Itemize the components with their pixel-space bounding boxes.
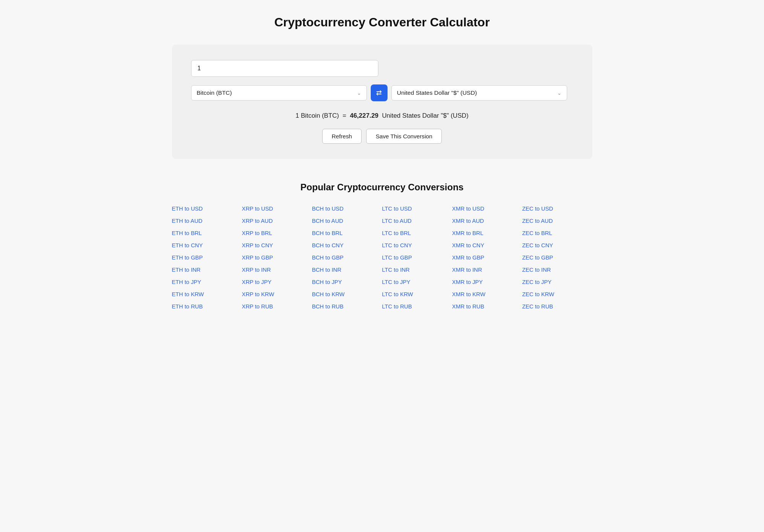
- result-value: 46,227.29: [350, 112, 378, 119]
- list-item[interactable]: LTC to CNY: [382, 240, 452, 251]
- list-item[interactable]: ZEC to GBP: [522, 252, 592, 263]
- list-item[interactable]: XRP to INR: [242, 264, 312, 275]
- list-item[interactable]: ETH to JPY: [172, 277, 242, 287]
- list-item[interactable]: ZEC to KRW: [522, 289, 592, 300]
- action-buttons: Refresh Save This Conversion: [191, 129, 573, 144]
- result-unit: United States Dollar "$" (USD): [382, 112, 468, 119]
- from-currency-selector[interactable]: Bitcoin (BTC) ⌄: [191, 85, 367, 101]
- list-item[interactable]: BCH to RUB: [312, 301, 382, 312]
- list-item[interactable]: XRP to CNY: [242, 240, 312, 251]
- converter-card: Bitcoin (BTC) ⌄ ⇄ United States Dollar "…: [172, 45, 592, 159]
- list-item[interactable]: ZEC to BRL: [522, 228, 592, 238]
- currency-row: Bitcoin (BTC) ⌄ ⇄ United States Dollar "…: [191, 84, 573, 101]
- page-title: Cryptocurrency Converter Calculator: [23, 15, 741, 29]
- list-item[interactable]: XRP to AUD: [242, 216, 312, 226]
- conversions-grid: ETH to USDXRP to USDBCH to USDLTC to USD…: [172, 203, 592, 312]
- list-item[interactable]: XMR to USD: [452, 203, 522, 214]
- swap-button[interactable]: ⇄: [371, 84, 388, 101]
- list-item[interactable]: BCH to USD: [312, 203, 382, 214]
- list-item[interactable]: XMR to RUB: [452, 301, 522, 312]
- list-item[interactable]: LTC to GBP: [382, 252, 452, 263]
- amount-input[interactable]: [191, 60, 378, 77]
- popular-title: Popular Cryptocurrency Conversions: [172, 182, 592, 193]
- popular-section: Popular Cryptocurrency Conversions ETH t…: [172, 182, 592, 312]
- list-item[interactable]: XMR to AUD: [452, 216, 522, 226]
- list-item[interactable]: ETH to GBP: [172, 252, 242, 263]
- list-item[interactable]: XMR to JPY: [452, 277, 522, 287]
- list-item[interactable]: ZEC to USD: [522, 203, 592, 214]
- list-item[interactable]: ETH to INR: [172, 264, 242, 275]
- list-item[interactable]: XMR to BRL: [452, 228, 522, 238]
- list-item[interactable]: LTC to USD: [382, 203, 452, 214]
- from-currency-label: Bitcoin (BTC): [197, 89, 232, 96]
- list-item[interactable]: ZEC to CNY: [522, 240, 592, 251]
- list-item[interactable]: BCH to BRL: [312, 228, 382, 238]
- to-currency-label: United States Dollar "$" (USD): [397, 89, 477, 96]
- list-item[interactable]: ZEC to RUB: [522, 301, 592, 312]
- swap-icon: ⇄: [376, 89, 382, 97]
- list-item[interactable]: ETH to BRL: [172, 228, 242, 238]
- list-item[interactable]: XMR to GBP: [452, 252, 522, 263]
- list-item[interactable]: LTC to BRL: [382, 228, 452, 238]
- list-item[interactable]: XRP to GBP: [242, 252, 312, 263]
- list-item[interactable]: BCH to INR: [312, 264, 382, 275]
- list-item[interactable]: XRP to RUB: [242, 301, 312, 312]
- list-item[interactable]: XRP to USD: [242, 203, 312, 214]
- list-item[interactable]: XRP to KRW: [242, 289, 312, 300]
- list-item[interactable]: BCH to CNY: [312, 240, 382, 251]
- list-item[interactable]: LTC to JPY: [382, 277, 452, 287]
- result-from: 1 Bitcoin (BTC): [295, 112, 339, 119]
- list-item[interactable]: ZEC to AUD: [522, 216, 592, 226]
- list-item[interactable]: XMR to INR: [452, 264, 522, 275]
- chevron-down-icon: ⌄: [357, 90, 361, 96]
- list-item[interactable]: BCH to GBP: [312, 252, 382, 263]
- refresh-button[interactable]: Refresh: [322, 129, 362, 144]
- list-item[interactable]: XMR to CNY: [452, 240, 522, 251]
- result-equals: =: [342, 112, 346, 119]
- result-line: 1 Bitcoin (BTC) = 46,227.29 United State…: [191, 112, 573, 120]
- list-item[interactable]: ETH to AUD: [172, 216, 242, 226]
- list-item[interactable]: ETH to USD: [172, 203, 242, 214]
- list-item[interactable]: ZEC to INR: [522, 264, 592, 275]
- list-item[interactable]: XRP to JPY: [242, 277, 312, 287]
- list-item[interactable]: XRP to BRL: [242, 228, 312, 238]
- list-item[interactable]: BCH to JPY: [312, 277, 382, 287]
- list-item[interactable]: ZEC to JPY: [522, 277, 592, 287]
- list-item[interactable]: ETH to RUB: [172, 301, 242, 312]
- save-conversion-button[interactable]: Save This Conversion: [366, 129, 442, 144]
- list-item[interactable]: LTC to AUD: [382, 216, 452, 226]
- list-item[interactable]: LTC to RUB: [382, 301, 452, 312]
- list-item[interactable]: LTC to INR: [382, 264, 452, 275]
- list-item[interactable]: ETH to CNY: [172, 240, 242, 251]
- list-item[interactable]: XMR to KRW: [452, 289, 522, 300]
- chevron-down-icon-2: ⌄: [557, 90, 561, 96]
- list-item[interactable]: BCH to KRW: [312, 289, 382, 300]
- to-currency-selector[interactable]: United States Dollar "$" (USD) ⌄: [391, 85, 567, 101]
- list-item[interactable]: BCH to AUD: [312, 216, 382, 226]
- list-item[interactable]: ETH to KRW: [172, 289, 242, 300]
- list-item[interactable]: LTC to KRW: [382, 289, 452, 300]
